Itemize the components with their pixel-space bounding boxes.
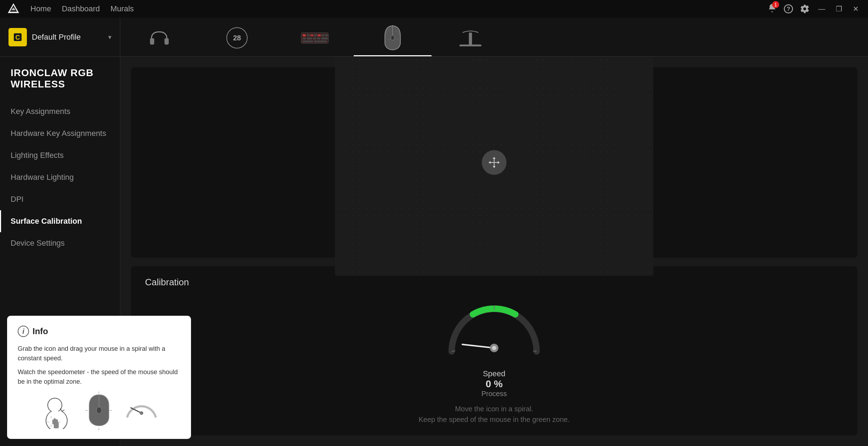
device-tab-headset[interactable] — [120, 18, 198, 56]
device-tab-keyboard-num[interactable]: 28 — [198, 18, 276, 56]
profile-name: Default Profile — [32, 33, 103, 42]
process-label: Process — [481, 390, 507, 398]
svg-text:←: ← — [47, 420, 50, 424]
svg-text:↓: ↓ — [50, 423, 52, 427]
svg-rect-10 — [303, 34, 306, 36]
svg-rect-21 — [321, 37, 328, 39]
headset-icon — [145, 27, 173, 48]
content-area: Calibration Spe — [120, 57, 868, 446]
svg-rect-13 — [314, 34, 317, 36]
maximize-button[interactable]: ❐ — [834, 3, 844, 15]
sidebar-item-hardware-key-assignments[interactable]: Hardware Key Assignments — [0, 122, 120, 144]
svg-rect-22 — [303, 40, 313, 42]
calibration-hint: Move the icon in a spiral. Keep the spee… — [419, 404, 570, 425]
svg-rect-15 — [321, 34, 324, 36]
svg-rect-17 — [303, 37, 306, 39]
svg-text:→: → — [58, 420, 61, 424]
svg-text:←: ← — [85, 408, 89, 413]
notification-button[interactable]: 1 — [767, 3, 777, 15]
keyboard-num-icon: 28 — [223, 27, 251, 48]
help-button[interactable]: ? — [783, 4, 793, 14]
svg-rect-14 — [318, 34, 321, 36]
top-nav: Home Dashboard Murals — [30, 4, 757, 13]
speed-label: Speed — [483, 369, 505, 378]
window-controls: 1 ? — ❐ ✕ — [767, 3, 861, 15]
info-illustrations: ↑ → ↓ ← ↑ ← → — [18, 394, 180, 429]
device-tab-keyboard[interactable] — [276, 18, 354, 56]
profile-icon: C — [8, 28, 27, 46]
keyboard-icon — [301, 27, 329, 48]
sidebar-item-surface-calibration[interactable]: Surface Calibration — [0, 210, 120, 232]
svg-rect-38 — [55, 419, 57, 424]
svg-text:?: ? — [787, 6, 790, 12]
svg-point-51 — [140, 411, 143, 415]
calibration-title: Calibration — [145, 277, 843, 288]
hint-line1: Move the icon in a spiral. — [455, 405, 533, 413]
title-bar: Home Dashboard Murals 1 ? — ❐ ✕ — [0, 0, 868, 18]
settings-button[interactable] — [800, 4, 810, 14]
sidebar-item-device-settings[interactable]: Device Settings — [0, 232, 120, 254]
minimize-button[interactable]: — — [816, 4, 827, 15]
nav-dashboard[interactable]: Dashboard — [62, 4, 100, 13]
profile-chevron-icon: ▾ — [108, 33, 111, 41]
svg-text:↑: ↑ — [98, 392, 100, 395]
svg-rect-8 — [164, 38, 169, 45]
close-button[interactable]: ✕ — [851, 3, 861, 15]
svg-rect-11 — [307, 34, 310, 36]
calibration-gauge-area: Speed 0 % Process Move the icon in a spi… — [145, 295, 843, 425]
svg-text:→: → — [108, 408, 112, 413]
svg-text:↓: ↓ — [98, 426, 100, 431]
mousepad-surface — [335, 57, 653, 276]
svg-rect-18 — [307, 37, 312, 39]
speed-gauge — [441, 295, 547, 366]
calibration-section: Calibration Spe — [131, 266, 857, 435]
svg-rect-37 — [54, 418, 55, 424]
hint-line2: Keep the speed of the mouse in the green… — [419, 416, 570, 423]
info-box-title: i Info — [18, 326, 180, 337]
svg-rect-20 — [317, 37, 320, 39]
info-text-2: Watch the speedometer - the speed of the… — [18, 367, 180, 387]
sidebar-item-hardware-lighting[interactable]: Hardware Lighting — [0, 166, 120, 188]
notification-count: 1 — [772, 1, 779, 8]
svg-rect-28 — [469, 32, 472, 45]
info-box: i Info Grab the icon and drag your mouse… — [7, 316, 191, 439]
device-title: IRONCLAW RGB WIRELESS — [0, 67, 120, 101]
nav-murals[interactable]: Murals — [110, 4, 134, 13]
info-icon: i — [18, 326, 29, 337]
profile-selector[interactable]: C Default Profile ▾ — [0, 18, 120, 56]
device-tab-headset-stand[interactable] — [432, 18, 509, 56]
svg-text:C: C — [16, 34, 20, 41]
svg-rect-16 — [325, 34, 328, 36]
svg-rect-7 — [150, 38, 154, 45]
svg-rect-12 — [311, 34, 314, 36]
speedometer-illustration — [124, 394, 159, 429]
sidebar-item-dpi[interactable]: DPI — [0, 188, 120, 210]
svg-point-25 — [391, 35, 394, 40]
sidebar-item-key-assignments[interactable]: Key Assignments — [0, 101, 120, 122]
svg-point-31 — [492, 346, 496, 350]
sidebar-item-lighting-effects[interactable]: Lighting Effects — [0, 144, 120, 166]
mouse-device-icon — [378, 27, 407, 48]
mousepad-area — [131, 67, 857, 258]
app-logo — [7, 2, 20, 15]
headset-stand-icon — [456, 27, 485, 48]
svg-point-45 — [97, 407, 102, 413]
main-layout: IRONCLAW RGB WIRELESS Key Assignments Ha… — [0, 57, 868, 446]
info-title-label: Info — [33, 326, 48, 336]
svg-rect-23 — [314, 40, 327, 42]
device-tabs: 28 — [120, 18, 868, 56]
info-text-1: Grab the icon and drag your mouse in a s… — [18, 344, 180, 363]
mouse-illustration: ↑ ← → ↓ — [85, 394, 113, 429]
svg-rect-19 — [313, 37, 316, 39]
speed-percent: 0 % — [486, 378, 503, 390]
move-icon[interactable] — [482, 150, 507, 175]
spiral-illustration: ↑ → ↓ ← — [39, 394, 74, 429]
svg-rect-36 — [52, 419, 54, 424]
profile-bar: C Default Profile ▾ 28 — [0, 18, 868, 57]
nav-home[interactable]: Home — [30, 4, 51, 13]
device-tab-mouse[interactable] — [354, 18, 432, 56]
svg-line-29 — [462, 344, 494, 348]
svg-text:↑: ↑ — [50, 415, 52, 419]
